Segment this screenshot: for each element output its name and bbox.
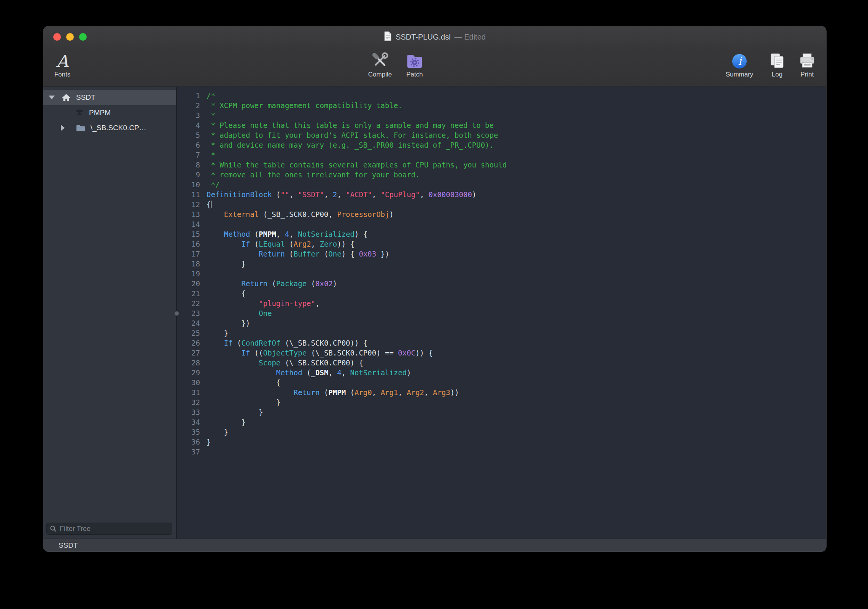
document-icon [384,31,392,43]
line-numbers: 1234567891011121314151617181920212223242… [177,87,200,539]
line-number: 25 [177,328,200,338]
code-line[interactable]: { [207,378,826,387]
code-line[interactable] [207,219,826,229]
summary-button[interactable]: i Summary [720,49,758,78]
patch-button[interactable]: Patch [396,49,434,78]
line-number: 23 [177,308,200,318]
status-path: SSDT [59,541,78,550]
code-line[interactable] [207,269,826,279]
printer-icon [798,49,816,70]
sidebar-item-sb-sck0[interactable]: \_SB.SCK0.CP… [43,120,176,136]
log-label: Log [772,71,782,78]
line-number: 37 [177,447,200,457]
traffic-lights [53,26,87,48]
code-line[interactable]: * [207,110,826,120]
line-number: 18 [177,259,200,269]
code-line[interactable]: } [207,407,826,417]
search-icon [50,525,57,532]
window-title: SSDT-PLUG.dsl — Edited [384,31,486,43]
navigator-sidebar: SSDT PMPM \_SB.SCK0.CP… [43,87,177,539]
line-number: 3 [177,110,200,120]
line-number: 20 [177,279,200,289]
line-number: 36 [177,437,200,447]
line-number: 1 [177,91,200,100]
code-line[interactable]: External (_SB_.SCK0.CP00, ProcessorObj) [207,209,826,219]
line-number: 2 [177,100,200,110]
line-number: 4 [177,120,200,130]
sidebar-item-label: \_SB.SCK0.CP… [91,124,146,132]
code-line[interactable]: } [207,397,826,407]
code-line[interactable]: If (LEqual (Arg2, Zero)) { [207,239,826,249]
line-number: 8 [177,160,200,170]
code-line[interactable]: * remove all the ones irrelevant for you… [207,170,826,180]
filter-tree-field[interactable] [46,523,172,535]
line-number: 28 [177,358,200,368]
code-line[interactable]: Return (Package (0x02) [207,279,826,289]
code-line[interactable]: Return (PMPM (Arg0, Arg1, Arg2, Arg3)) [207,387,826,397]
patch-folder-icon [405,49,424,70]
sidebar-item-pmpm[interactable]: PMPM [43,105,176,120]
code-line[interactable]: Scope (\_SB.SCK0.CP00) { [207,358,826,368]
line-number: 31 [177,387,200,397]
code-lines[interactable]: /* * XCPM power management compatibility… [200,87,826,539]
compile-label: Compile [368,71,392,78]
splitter-handle[interactable] [175,311,179,316]
code-line[interactable]: } [207,417,826,427]
fonts-button[interactable]: A Fonts [43,49,81,78]
code-line[interactable]: } [207,328,826,338]
fonts-icon: A [56,53,68,70]
line-number: 22 [177,298,200,308]
code-line[interactable]: } [207,259,826,269]
code-line[interactable]: * Please note that this table is only a … [207,120,826,130]
minimize-button[interactable] [66,33,74,41]
code-line[interactable]: * While the table contains several examp… [207,160,826,170]
code-line[interactable]: */ [207,180,826,190]
line-number: 9 [177,170,200,180]
close-button[interactable] [53,33,61,41]
code-line[interactable]: /* [207,91,826,100]
code-line[interactable]: Return (Buffer (One) { 0x03 }) [207,249,826,259]
disclosure-down-icon[interactable] [49,96,55,99]
code-line[interactable]: If ((ObjectType (\_SB.SCK0.CP00) == 0x0C… [207,348,826,358]
code-editor[interactable]: 1234567891011121314151617181920212223242… [177,87,826,539]
line-number: 15 [177,229,200,239]
sidebar-item-label: PMPM [89,108,111,117]
line-number: 30 [177,378,200,387]
code-line[interactable]: }) [207,318,826,328]
code-line[interactable]: { [207,289,826,298]
app-window: SSDT-PLUG.dsl — Edited A Fonts Compile [43,26,827,552]
patch-label: Patch [406,71,423,78]
code-line[interactable]: "plugin-type", [207,298,826,308]
line-number: 24 [177,318,200,328]
code-line[interactable] [207,447,826,457]
code-line[interactable]: If (CondRefOf (\_SB.SCK0.CP00)) { [207,338,826,348]
zoom-button[interactable] [79,33,87,41]
code-line[interactable]: { [207,199,826,209]
filter-tree-input[interactable] [59,525,169,533]
code-line[interactable]: One [207,308,826,318]
print-button[interactable]: Print [788,49,826,78]
line-number: 34 [177,417,200,427]
code-line[interactable]: } [207,427,826,437]
code-line[interactable]: * and device name may vary (e.g. _SB_.PR… [207,140,826,150]
disclosure-right-icon[interactable] [61,125,65,131]
code-line[interactable]: Method (_DSM, 4, NotSerialized) [207,368,826,378]
line-number: 33 [177,407,200,417]
log-pages-icon [768,49,786,70]
code-line[interactable]: Method (PMPM, 4, NotSerialized) { [207,229,826,239]
line-number: 19 [177,269,200,279]
compile-button[interactable]: Compile [361,49,399,78]
fonts-label: Fonts [54,71,71,78]
line-number: 7 [177,150,200,160]
title-bar[interactable]: SSDT-PLUG.dsl — Edited [43,26,826,48]
code-line[interactable]: DefinitionBlock ("", "SSDT", 2, "ACDT", … [207,190,826,199]
compile-tools-icon [371,49,389,70]
code-line[interactable]: } [207,437,826,447]
code-line[interactable]: * [207,150,826,160]
line-number: 35 [177,427,200,437]
line-number: 17 [177,249,200,259]
line-number: 11 [177,190,200,199]
sidebar-item-ssdt[interactable]: SSDT [43,90,176,105]
code-line[interactable]: * adapted to fit your board's ACPI stack… [207,130,826,140]
code-line[interactable]: * XCPM power management compatibility ta… [207,100,826,110]
